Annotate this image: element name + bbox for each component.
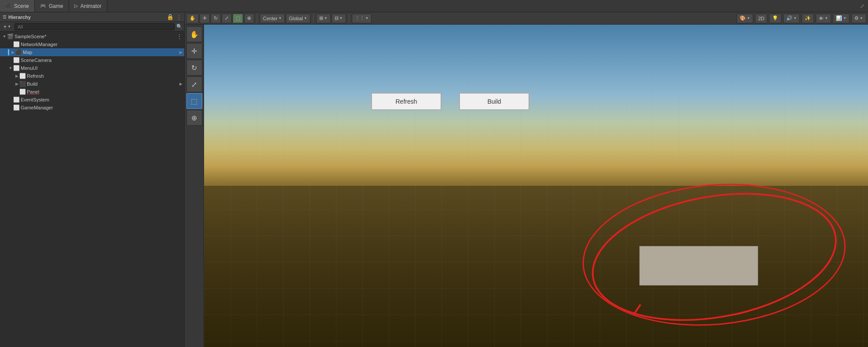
tree-label-build: Build	[27, 81, 37, 87]
audio-btn[interactable]: 🔊 ▼	[783, 14, 800, 23]
samplescene-actions: ⋮	[176, 33, 184, 40]
tool-rotate[interactable]: ↻	[211, 14, 221, 23]
tree-item-gamemanager[interactable]: ▶ ⬜ GameManager	[0, 104, 184, 112]
tree-label-refresh: Refresh	[27, 73, 44, 79]
lighting-icon: 💡	[772, 15, 778, 21]
scene-tools-left: ✋ ✛ ↻ ⤢ ⬚ ⊕	[186, 14, 372, 23]
animator-tab-label: Animator	[80, 3, 102, 9]
hierarchy-add-menu[interactable]: + ▼	[2, 24, 13, 30]
ltool-move-icon: ✛	[191, 47, 197, 55]
panel-icon: ⬜	[19, 89, 26, 95]
tab-scene[interactable]: ⬛ Scene	[0, 0, 35, 12]
tree-arrow-map: ▶	[10, 50, 15, 54]
build-scene-label: Build	[487, 98, 501, 105]
tree-label-map: Map	[23, 50, 32, 55]
sep-3	[349, 14, 349, 23]
hidden-btn[interactable]: 👁 ▼	[816, 14, 831, 23]
space-arrow: ▼	[304, 16, 307, 20]
hierarchy-title: Hierarchy	[8, 14, 167, 20]
ltool-rotate-icon: ↻	[191, 64, 197, 72]
rotate-icon: ↻	[214, 15, 218, 21]
tree-arrow-samplescene: ▼	[2, 34, 7, 39]
tree-item-refresh[interactable]: ▶ ⬜ Refresh	[0, 72, 184, 80]
tree-item-map[interactable]: ▶ ⬛ Map ▶	[0, 48, 184, 56]
render-mode-icon: 🎨	[740, 15, 746, 21]
ltool-scale-icon: ⤢	[191, 80, 197, 89]
tree-item-networkmanager[interactable]: ▶ ⬜ NetworkManager	[0, 40, 184, 48]
samplescene-more[interactable]: ⋮	[176, 33, 182, 40]
refresh-icon: ⬜	[19, 73, 26, 79]
tab-game[interactable]: 🎮 Game	[35, 0, 69, 12]
left-tool-panel: ✋ ✛ ↻ ⤢ ⬚ ⊕	[185, 25, 204, 347]
scene-tools-right: 🎨 ▼ 2D 💡 🔊 ▼ ✨	[737, 14, 866, 23]
top-tab-bar: ⬛ Scene 🎮 Game ▷ Animator ⤢	[0, 0, 868, 12]
refresh-scene-label: Refresh	[395, 98, 417, 105]
tree-arrow-build: ▶	[14, 82, 19, 86]
hierarchy-more-icon[interactable]: ⋮	[176, 14, 182, 20]
snap-arrow: ▼	[324, 16, 328, 20]
refresh-scene-button[interactable]: Refresh	[371, 93, 441, 110]
tool-combined[interactable]: ⊕	[244, 14, 254, 23]
tab-animator[interactable]: ▷ Animator	[69, 0, 107, 12]
stats-btn[interactable]: 📊 ▼	[833, 14, 850, 23]
networkmanager-icon: ⬜	[13, 41, 19, 47]
scene-canvas: Refresh Build	[204, 25, 868, 347]
hierarchy-collapse-icon[interactable]: ☰	[3, 14, 7, 19]
ltool-hand[interactable]: ✋	[186, 26, 202, 42]
2d-label: 2D	[758, 16, 764, 21]
ltool-transform-icon: ⊕	[191, 114, 197, 122]
tool-scale[interactable]: ⤢	[222, 14, 232, 23]
render-mode-btn[interactable]: 🎨 ▼	[737, 14, 753, 23]
tree-item-samplescene[interactable]: ▼ 🎬 SampleScene* ⋮	[0, 33, 184, 40]
scenecamera-icon: ⬜	[13, 57, 19, 63]
space-label: Global	[289, 16, 303, 21]
ltool-rotate[interactable]: ↻	[186, 60, 202, 76]
lighting-btn[interactable]: 💡	[769, 14, 781, 23]
pivot-dropdown[interactable]: Center ▼	[260, 14, 285, 23]
ltool-rect-icon: ⬚	[191, 97, 197, 105]
grid-btn[interactable]: ⊟ ▼	[332, 14, 346, 23]
tool-hand[interactable]: ✋	[186, 14, 199, 23]
game-tab-label: Game	[49, 3, 63, 9]
pivot-arrow: ▼	[278, 16, 282, 20]
tree-item-panel[interactable]: ▶ ⬜ Panel	[0, 88, 184, 96]
overlay-btn[interactable]: ⋮⋮ ▼	[352, 14, 372, 23]
tree-item-scenecamera[interactable]: ▶ ⬜ SceneCamera	[0, 56, 184, 64]
build-icon: ⬛	[19, 81, 26, 87]
snap-icon: ⊞	[319, 15, 323, 21]
animator-tab-icon: ▷	[74, 3, 78, 9]
effects-btn[interactable]: ✨	[802, 14, 814, 23]
stats-icon: 📊	[836, 15, 842, 21]
gizmos-arrow: ▼	[860, 16, 863, 20]
move-icon: ✛	[203, 15, 207, 21]
hierarchy-header: ☰ Hierarchy 🔒 ⋮	[0, 12, 184, 22]
snap-btn[interactable]: ⊞ ▼	[316, 14, 331, 23]
ltool-rect[interactable]: ⬚	[186, 93, 202, 109]
hierarchy-panel: ☰ Hierarchy 🔒 ⋮ + ▼ 🔍 ▼ 🎬 SampleScene* ⋮	[0, 12, 185, 347]
2d-toggle[interactable]: 2D	[755, 14, 767, 23]
ltool-move[interactable]: ✛	[186, 43, 202, 59]
tree-item-menuui[interactable]: ▼ ⬜ MenuUI	[0, 64, 184, 72]
hierarchy-list: ▼ 🎬 SampleScene* ⋮ ▶ ⬜ NetworkManager ▶ …	[0, 32, 184, 347]
ltool-hand-icon: ✋	[190, 30, 199, 39]
window-maximize-icon[interactable]: ⤢	[857, 3, 868, 9]
ltool-scale[interactable]: ⤢	[186, 76, 202, 92]
tree-item-eventsystem[interactable]: ▶ ⬜ EventSystem	[0, 96, 184, 104]
ltool-transform[interactable]: ⊕	[186, 110, 202, 126]
build-scene-button[interactable]: Build	[459, 93, 529, 110]
grid-arrow: ▼	[339, 16, 343, 20]
scene-tab-label: Scene	[14, 3, 29, 9]
hierarchy-toolbar: + ▼ 🔍	[0, 22, 184, 32]
tool-rect[interactable]: ⬚	[233, 14, 243, 23]
overlay-arrow: ▼	[365, 16, 369, 20]
scene-grid	[204, 25, 868, 347]
tool-move[interactable]: ✛	[200, 14, 210, 23]
scene-toolbar: ✋ ✛ ↻ ⤢ ⬚ ⊕	[185, 12, 868, 25]
gizmos-btn[interactable]: ⚙ ▼	[851, 14, 866, 23]
build-actions: ▶	[179, 82, 184, 86]
hidden-arrow: ▼	[824, 16, 828, 20]
tree-item-build[interactable]: ▶ ⬛ Build ▶	[0, 80, 184, 88]
hierarchy-lock-icon[interactable]: 🔒	[167, 14, 174, 20]
hierarchy-search-input[interactable]	[15, 23, 175, 30]
space-dropdown[interactable]: Global ▼	[286, 14, 310, 23]
